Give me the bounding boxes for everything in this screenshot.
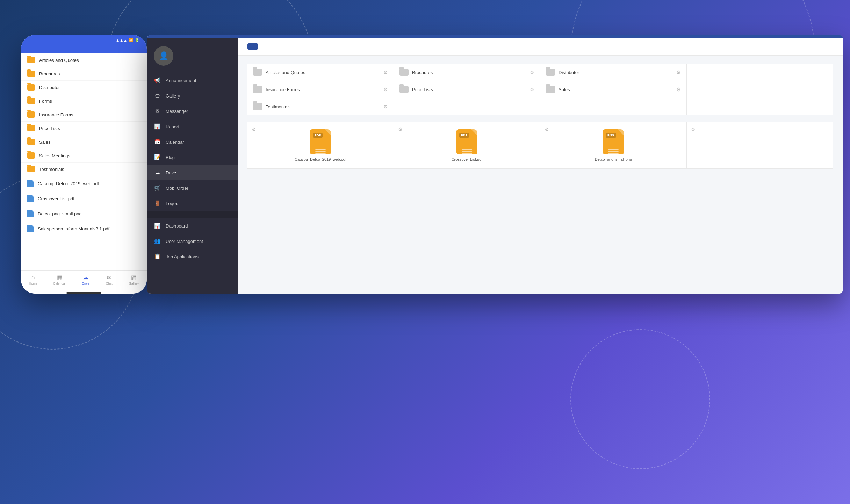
folder-icon xyxy=(27,111,35,118)
desktop-titlebar xyxy=(147,35,843,38)
avatar: 👤 xyxy=(154,46,173,66)
folder-grid-icon xyxy=(253,86,262,93)
phone-list-item[interactable]: Sales Meetings xyxy=(21,149,147,163)
drive-area: Articles and Quotes ⚙ Brochures ⚙ Distri… xyxy=(238,56,843,294)
folder-item-insurance-forms[interactable]: Insurance Forms ⚙ xyxy=(247,81,394,98)
chat-icon: ✉ xyxy=(105,273,113,281)
sidebar-nav-item-gallery[interactable]: 🖼Gallery xyxy=(147,88,238,103)
file-item-crossover-list-pdf[interactable]: ⚙ PDF Crossover List.pdf xyxy=(394,122,540,169)
folder-icon xyxy=(27,57,35,63)
phone-list-item[interactable]: Distributor xyxy=(21,81,147,94)
folder-item-empty xyxy=(394,98,540,115)
sidebar-nav-item-drive[interactable]: ☁Drive xyxy=(147,165,238,180)
folder-item-testimonials[interactable]: Testimonials ⚙ xyxy=(247,98,394,115)
sidebar-admin-item-user-management[interactable]: 👥User Management xyxy=(147,233,238,249)
phone-list-item[interactable]: Sales xyxy=(21,135,147,149)
folder-grid-name: Testimonials xyxy=(266,104,380,109)
phone-nav-item-home[interactable]: ⌂Home xyxy=(29,273,37,285)
messenger-icon: ✉ xyxy=(154,108,161,115)
announcement-icon: 📢 xyxy=(154,77,161,84)
folder-icon xyxy=(27,139,35,145)
phone-home-indicator xyxy=(21,292,147,294)
dashboard-icon: 📊 xyxy=(154,222,161,229)
battery-icon: 🔋 xyxy=(135,38,140,42)
sidebar-nav-item-mobi-order[interactable]: 🛒Mobi Order xyxy=(147,180,238,196)
phone-mockup: ▲▲▲ 📶 🔋 Articles and QuotesBrochuresDist… xyxy=(21,35,147,294)
file-settings-icon[interactable]: ⚙ xyxy=(252,127,256,132)
file-settings-icon[interactable]: ⚙ xyxy=(545,127,549,132)
file-name: Crossover List.pdf xyxy=(452,157,483,161)
folder-item-empty xyxy=(687,64,833,81)
phone-bottom-nav: ⌂Home▦Calendar☁Drive✉Chat▨Gallery xyxy=(21,270,147,292)
folder-item-brochures[interactable]: Brochures ⚙ xyxy=(394,64,540,81)
gallery-icon: ▨ xyxy=(130,273,138,281)
file-big-icon: PDF xyxy=(456,129,477,154)
phone-list-item[interactable]: Brochures xyxy=(21,67,147,81)
file-settings-icon[interactable]: ⚙ xyxy=(691,127,696,132)
sidebar-nav-item-messenger[interactable]: ✉Messenger xyxy=(147,103,238,119)
phone-file-list[interactable]: Articles and QuotesBrochuresDistributorF… xyxy=(21,53,147,270)
sidebar-nav-item-blog[interactable]: 📝Blog xyxy=(147,150,238,165)
phone-status-bar: ▲▲▲ 📶 🔋 xyxy=(21,35,147,45)
signal-icon: ▲▲▲ xyxy=(116,38,127,42)
file-name: Catalog_Detco_2019_web.pdf xyxy=(295,157,346,161)
sidebar-admin-item-job-applications[interactable]: 📋Job Applications xyxy=(147,249,238,264)
folder-grid-icon xyxy=(253,69,262,76)
folder-icon xyxy=(27,71,35,77)
file-big-icon: PNG xyxy=(603,129,624,154)
sidebar-admin-section xyxy=(147,211,238,218)
phone-list-item[interactable]: Catalog_Detco_2019_web.pdf xyxy=(21,176,147,191)
folder-grid-name: Sales xyxy=(559,87,673,92)
sidebar-nav-item-report[interactable]: 📊Report xyxy=(147,119,238,134)
phone-nav-item-chat[interactable]: ✉Chat xyxy=(105,273,113,285)
sidebar: 👤 📢Announcement🖼Gallery✉Messenger📊Report… xyxy=(147,38,238,294)
file-type-badge: PDF xyxy=(313,133,323,138)
phone-list-item[interactable]: Testimonials xyxy=(21,163,147,176)
folder-settings-icon[interactable]: ⚙ xyxy=(383,104,388,109)
phone-list-item[interactable]: Articles and Quotes xyxy=(21,53,147,67)
folder-item-sales[interactable]: Sales ⚙ xyxy=(540,81,687,98)
desktop-body: 👤 📢Announcement🖼Gallery✉Messenger📊Report… xyxy=(147,38,843,294)
file-name: Detco_png_small.png xyxy=(595,157,632,161)
sidebar-admin-item-dashboard[interactable]: 📊Dashboard xyxy=(147,218,238,233)
phone-list-item[interactable]: Crossover List.pdf xyxy=(21,191,147,206)
folder-settings-icon[interactable]: ⚙ xyxy=(676,87,681,92)
report-icon: 📊 xyxy=(154,123,161,130)
file-item-catalog_detco_2019_web-pdf[interactable]: ⚙ PDF Catalog_Detco_2019_web.pdf xyxy=(247,122,394,169)
folder-item-price-lists[interactable]: Price Lists ⚙ xyxy=(394,81,540,98)
folder-settings-icon[interactable]: ⚙ xyxy=(530,87,534,92)
phone-list-item[interactable]: Salesperson Inform Manualv3.1.pdf xyxy=(21,221,147,236)
calendar-icon: ▦ xyxy=(56,273,63,281)
sidebar-nav-item-calendar[interactable]: 📅Calendar xyxy=(147,134,238,150)
main-header xyxy=(238,38,843,56)
phone-list-item[interactable]: Forms xyxy=(21,94,147,108)
folder-item-distributor[interactable]: Distributor ⚙ xyxy=(540,64,687,81)
file-item-detco_png_small-png[interactable]: ⚙ PNG Detco_png_small.png xyxy=(540,122,687,169)
folder-grid-icon xyxy=(399,69,409,76)
file-settings-icon[interactable]: ⚙ xyxy=(398,127,403,132)
folder-grid-name: Price Lists xyxy=(412,87,526,92)
phone-nav-item-gallery[interactable]: ▨Gallery xyxy=(129,273,139,285)
folder-settings-icon[interactable]: ⚙ xyxy=(383,87,388,92)
calendar-icon: 📅 xyxy=(154,138,161,145)
desktop-app: 👤 📢Announcement🖼Gallery✉Messenger📊Report… xyxy=(147,35,843,294)
sidebar-nav-item-logout[interactable]: 🚪Logout xyxy=(147,196,238,211)
phone-nav-item-drive[interactable]: ☁Drive xyxy=(82,273,89,285)
folder-item-articles-and-quotes[interactable]: Articles and Quotes ⚙ xyxy=(247,64,394,81)
folder-settings-icon[interactable]: ⚙ xyxy=(530,70,534,75)
phone-list-item[interactable]: Price Lists xyxy=(21,122,147,135)
sidebar-nav: 📢Announcement🖼Gallery✉Messenger📊Report📅C… xyxy=(147,73,238,211)
phone-nav-item-calendar[interactable]: ▦Calendar xyxy=(53,273,66,285)
folders-grid: Articles and Quotes ⚙ Brochures ⚙ Distri… xyxy=(247,64,833,115)
logout-icon: 🚪 xyxy=(154,200,161,207)
folder-settings-icon[interactable]: ⚙ xyxy=(383,70,388,75)
folder-settings-icon[interactable]: ⚙ xyxy=(676,70,681,75)
folder-grid-name: Articles and Quotes xyxy=(266,70,380,75)
sidebar-nav-item-announcement[interactable]: 📢Announcement xyxy=(147,73,238,88)
phone-list-item[interactable]: Insurance Forms xyxy=(21,108,147,122)
phone-list-item[interactable]: Detco_png_small.png xyxy=(21,206,147,221)
folder-grid-icon xyxy=(399,86,409,93)
folder-icon xyxy=(27,98,35,104)
file-item-empty: ⚙ xyxy=(687,122,833,169)
blog-icon: 📝 xyxy=(154,154,161,161)
